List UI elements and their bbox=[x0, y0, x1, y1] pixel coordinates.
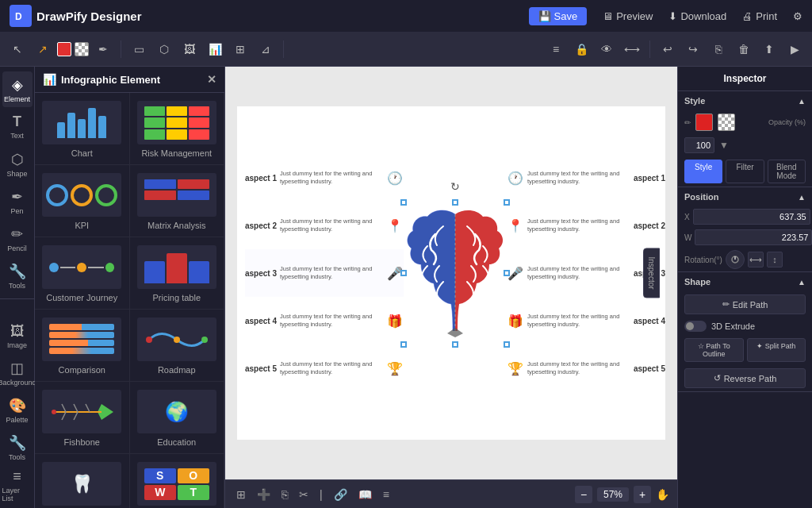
panel-item-comparison[interactable]: Comparison bbox=[35, 310, 130, 382]
copy-icon[interactable]: ⎘ bbox=[278, 487, 291, 502]
tool-tools2[interactable]: 🔧 Tools bbox=[2, 430, 33, 466]
tool-text[interactable]: T Text bbox=[2, 109, 33, 144]
add-icon[interactable]: ➕ bbox=[254, 487, 274, 502]
tool-layers[interactable]: ≡ Layer List bbox=[2, 468, 33, 503]
reverse-path-button[interactable]: ↺ Reverse Path bbox=[684, 368, 806, 388]
sel-handle-tr[interactable] bbox=[504, 199, 510, 206]
style-tabs: Style Filter Blend Mode bbox=[678, 156, 812, 187]
preview-button[interactable]: 🖥 Preview bbox=[603, 10, 653, 22]
rotation-flip-v[interactable]: ↕ bbox=[767, 252, 783, 267]
save-button[interactable]: 💾 Save bbox=[529, 7, 588, 25]
inspector-position-header[interactable]: Position ▲ bbox=[678, 187, 812, 206]
panel-item-roadmap[interactable]: Roadmap bbox=[130, 310, 225, 382]
panel-item-chart[interactable]: Chart bbox=[35, 93, 130, 165]
tool-select[interactable]: ↖ bbox=[6, 38, 29, 60]
edit-path-button[interactable]: ✏ Edit Path bbox=[684, 294, 806, 314]
left-aspect-3: aspect 3 Just dummy text for the writing… bbox=[245, 249, 404, 297]
hand-tool-icon[interactable]: ✋ bbox=[656, 488, 669, 501]
extrude-toggle[interactable] bbox=[684, 321, 707, 332]
inspector-shape-header[interactable]: Shape ▲ bbox=[678, 272, 812, 291]
tool-delete[interactable]: 🗑 bbox=[733, 38, 755, 60]
tool-copy[interactable]: ⎘ bbox=[707, 38, 730, 60]
inspector-style-header[interactable]: Style ▲ bbox=[678, 91, 812, 110]
matrix-thumb bbox=[137, 173, 216, 217]
tool-pen[interactable]: ✒ bbox=[92, 38, 114, 60]
tool-tools[interactable]: 🔧 Tools bbox=[2, 258, 33, 294]
svg-text:D: D bbox=[15, 11, 22, 22]
panel-item-health[interactable]: 🦷 Health & Medical bbox=[35, 454, 130, 508]
tab-filter[interactable]: Filter bbox=[726, 160, 764, 183]
sel-handle-mr[interactable] bbox=[504, 270, 510, 276]
rotate-handle[interactable]: ↻ bbox=[450, 180, 460, 193]
layers-icon: ≡ bbox=[13, 468, 21, 485]
canvas-scroll-area[interactable]: aspect 1 Just dummy text for the writing… bbox=[225, 67, 677, 479]
path-to-outline-icon: ☆ bbox=[698, 342, 704, 350]
sel-handle-br[interactable] bbox=[504, 341, 510, 348]
path-to-outline-button[interactable]: ☆ Path To Outline bbox=[684, 338, 744, 362]
tool-forward[interactable]: ⬆ bbox=[758, 38, 780, 60]
tools2-icon: 🔧 bbox=[9, 434, 26, 452]
scissors-icon[interactable]: ✂ bbox=[296, 487, 312, 502]
tool-arrow[interactable]: ↗ bbox=[32, 38, 54, 60]
panel-item-matrix[interactable]: Matrix Analysis bbox=[130, 165, 225, 237]
element-label: Element bbox=[4, 95, 30, 103]
tool-play[interactable]: ▶ bbox=[783, 38, 806, 60]
color-fill-red[interactable] bbox=[57, 42, 71, 56]
tool-flip[interactable]: ⟷ bbox=[621, 38, 643, 60]
panel-item-kpi[interactable]: KPI bbox=[35, 165, 130, 237]
download-button[interactable]: ⬇ Download bbox=[668, 10, 726, 22]
panel-item-pricing[interactable]: Pricing table bbox=[130, 237, 225, 310]
link-icon[interactable]: 🔗 bbox=[331, 487, 350, 502]
tool-chart[interactable]: 📊 bbox=[204, 38, 226, 60]
tool-visibility[interactable]: 👁 bbox=[596, 38, 618, 60]
tool-image[interactable]: 🖼 Image bbox=[2, 318, 33, 354]
sel-handle-tl[interactable] bbox=[400, 199, 407, 206]
toolbar-sep-2 bbox=[283, 40, 284, 58]
panel-item-education[interactable]: 🌍 Education bbox=[130, 382, 225, 454]
zoom-in-button[interactable]: + bbox=[634, 486, 651, 503]
tool-palette[interactable]: 🎨 Palette bbox=[2, 393, 33, 429]
print-button[interactable]: 🖨 Print bbox=[742, 10, 777, 22]
sel-handle-tm[interactable] bbox=[452, 199, 458, 206]
tool-rect[interactable]: ▭ bbox=[128, 38, 150, 60]
panel-item-swot[interactable]: S O W T SWOT bbox=[130, 454, 225, 508]
tab-blend[interactable]: Blend Mode bbox=[768, 160, 806, 183]
book-icon[interactable]: 📖 bbox=[355, 487, 375, 502]
tool-undo[interactable]: ↩ bbox=[657, 38, 679, 60]
tool-shape[interactable]: ⬡ Shape bbox=[2, 146, 33, 182]
panel-item-risk[interactable]: Risk Management bbox=[130, 93, 225, 165]
tool-ellipse[interactable]: ⬡ bbox=[153, 38, 175, 60]
align-icon[interactable]: ≡ bbox=[380, 487, 393, 502]
tool-redo[interactable]: ↪ bbox=[682, 38, 704, 60]
rotation-flip-h[interactable]: ⟷ bbox=[748, 252, 764, 267]
sel-handle-ml[interactable] bbox=[400, 270, 407, 276]
sel-handle-bm[interactable] bbox=[452, 341, 458, 348]
panel-item-fishbone[interactable]: Fishbone bbox=[35, 382, 130, 454]
panel-close-button[interactable]: ✕ bbox=[207, 73, 216, 86]
zoom-out-button[interactable]: − bbox=[575, 486, 592, 503]
tool-background[interactable]: ◫ Background bbox=[2, 356, 33, 391]
panel-item-journey[interactable]: Customer Journey bbox=[35, 237, 130, 310]
grid-icon[interactable]: ⊞ bbox=[233, 487, 249, 502]
opacity-dropdown-icon[interactable]: ▼ bbox=[719, 140, 729, 151]
rotation-dial[interactable] bbox=[726, 250, 745, 269]
x-input[interactable] bbox=[693, 209, 810, 225]
color-stroke-checker[interactable] bbox=[75, 42, 89, 56]
tool-group[interactable]: ⊿ bbox=[255, 38, 277, 60]
stroke-color-swatch[interactable] bbox=[718, 114, 735, 131]
tool-pen[interactable]: ✒ Pen bbox=[2, 183, 33, 219]
tool-image[interactable]: 🖼 bbox=[178, 38, 201, 60]
tool-lock[interactable]: 🔒 bbox=[570, 38, 592, 60]
tool-layers[interactable]: ≡ bbox=[545, 38, 567, 60]
sel-handle-bl[interactable] bbox=[400, 341, 407, 348]
fill-color-swatch[interactable] bbox=[695, 114, 713, 131]
settings-button[interactable]: ⚙ bbox=[793, 10, 802, 22]
inspector-tab-button[interactable]: Inspector bbox=[643, 248, 660, 298]
tab-style[interactable]: Style bbox=[684, 160, 722, 183]
tool-element[interactable]: ◈ Element bbox=[2, 71, 33, 107]
tool-table[interactable]: ⊞ bbox=[229, 38, 251, 60]
width-input[interactable] bbox=[695, 229, 812, 245]
opacity-input[interactable] bbox=[684, 137, 714, 153]
tool-pencil[interactable]: ✏ Pencil bbox=[2, 221, 33, 256]
split-path-button[interactable]: ✦ Split Path bbox=[747, 338, 806, 362]
